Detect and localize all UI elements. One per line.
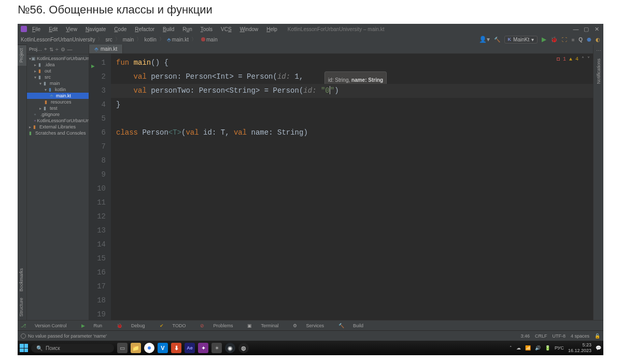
minimize-icon[interactable]: — — [572, 25, 579, 33]
status-message: No value passed for parameter 'name' — [28, 333, 107, 339]
menu-tools[interactable]: Tools — [197, 25, 216, 33]
project-tree: ▾▣KotlinLessonForUrbanUniversity ▸▮.idea… — [27, 54, 89, 137]
right-gutter-icon[interactable]: ⋯ — [596, 48, 601, 53]
taskbar-taskview-icon[interactable]: ▭ — [117, 343, 128, 353]
menu-refactor[interactable]: Refactor — [132, 25, 158, 33]
tray-battery-icon[interactable]: 🔋 — [545, 345, 550, 351]
tool-problems[interactable]: ⊘Problems — [200, 323, 240, 328]
taskbar-search[interactable]: 🔍Поиск — [31, 344, 114, 353]
menu-vcs[interactable]: VCS — [218, 25, 235, 33]
tray-chevron-icon[interactable]: ˄ — [510, 345, 512, 351]
tool-todo[interactable]: ✔TODO — [160, 323, 193, 328]
tool-bookmarks-tab[interactable]: Bookmarks — [18, 265, 26, 295]
nav-src[interactable]: src — [105, 37, 112, 42]
tray-language[interactable]: РУС — [555, 345, 564, 351]
menu-help[interactable]: Help — [263, 25, 280, 33]
sidebar-hide-icon[interactable]: — — [67, 47, 73, 52]
tree-idea[interactable]: ▸▮.idea — [27, 62, 89, 68]
tool-version-control[interactable]: ⎇Version Control — [21, 323, 74, 328]
search-icon[interactable]: Q — [578, 37, 583, 42]
tree-main-folder[interactable]: ▾▮main — [27, 80, 89, 86]
run-config-select[interactable]: MainKt ▾ — [504, 36, 538, 43]
tray-onedrive-icon[interactable]: ☁ — [516, 345, 521, 351]
tree-kotlin-folder[interactable]: ▾▮kotlin — [27, 86, 89, 93]
nav-project[interactable]: KotlinLessonForUrbanUniversity — [21, 37, 95, 42]
status-position[interactable]: 3:46 — [520, 333, 530, 339]
tool-build[interactable]: 🔨Build — [338, 323, 371, 328]
tool-debug[interactable]: 🐞Debug — [117, 323, 152, 328]
tree-root[interactable]: ▾▣KotlinLessonForUrbanUniversity — [27, 55, 89, 62]
nav-main[interactable]: main — [123, 37, 134, 42]
tool-project-tab[interactable]: Project — [18, 45, 26, 66]
app-icon — [21, 26, 27, 32]
search-icon: 🔍 — [36, 345, 43, 351]
taskbar-app2-icon[interactable]: ✶ — [211, 343, 222, 353]
taskbar-powerpoint-icon[interactable]: ⬇ — [171, 343, 181, 353]
nav-file[interactable]: main.kt — [172, 37, 189, 42]
tray-notifications-icon[interactable]: 💬 — [596, 345, 601, 351]
run-icon[interactable]: ▶ — [542, 36, 546, 43]
status-separator[interactable]: CRLF — [535, 333, 547, 339]
tree-scratches[interactable]: ▮Scratches and Consoles — [27, 130, 89, 136]
tool-terminal[interactable]: ▣Terminal — [247, 323, 286, 328]
tray-network-icon[interactable]: 📶 — [525, 345, 531, 351]
nav-kotlin[interactable]: kotlin — [144, 37, 156, 42]
tool-structure-tab[interactable]: Structure — [18, 295, 26, 320]
tree-resources[interactable]: ▮resources — [27, 99, 89, 105]
maximize-icon[interactable]: ▢ — [583, 25, 590, 33]
menu-run[interactable]: Run — [179, 25, 195, 33]
status-encoding[interactable]: UTF-8 — [552, 333, 566, 339]
title-bar: File Edit View Navigate Code Refactor Bu… — [18, 24, 603, 34]
tray-clock[interactable]: 5:2316.12.2023 — [568, 342, 591, 354]
coverage-icon[interactable]: ⛶ — [562, 37, 567, 42]
menu-navigate[interactable]: Navigate — [82, 25, 109, 33]
sidebar-target-icon[interactable]: ⌖ — [44, 46, 47, 52]
menu-code[interactable]: Code — [111, 25, 130, 33]
taskbar-ae-icon[interactable]: Ae — [185, 343, 195, 353]
project-sidebar: Proj… ⌖ ⇅ ÷ ⚙ — ▾▣KotlinLessonForUrbanUn… — [27, 45, 89, 320]
taskbar-app1-icon[interactable]: ✦ — [198, 343, 208, 353]
status-indent[interactable]: 4 spaces — [571, 333, 589, 339]
sidebar-divide-icon[interactable]: ÷ — [55, 47, 59, 52]
stop-icon[interactable]: ■ — [571, 37, 574, 42]
taskbar-chrome-icon[interactable] — [144, 343, 154, 353]
tree-iml[interactable]: ▫KotlinLessonForUrbanUnive — [27, 118, 89, 124]
windows-start-icon[interactable] — [20, 344, 28, 352]
close-icon[interactable]: ✕ — [593, 25, 600, 33]
extra-icon[interactable]: ◐ — [596, 37, 600, 42]
tree-external[interactable]: ▸▮External Libraries — [27, 124, 89, 130]
file-icon: ⬘ — [167, 37, 171, 42]
left-tool-strip: Project Bookmarks Structure — [18, 45, 27, 320]
menu-edit[interactable]: Edit — [46, 25, 61, 33]
tree-mainkt[interactable]: ⬘main.kt — [27, 93, 89, 99]
tool-run[interactable]: ▶Run — [81, 323, 110, 328]
sidebar-title: Proj… — [29, 47, 42, 52]
tree-gitignore[interactable]: ▫.gitignore — [27, 111, 89, 118]
tool-services[interactable]: ⚙Services — [293, 323, 331, 328]
build-icon[interactable]: 🔨 — [494, 37, 500, 42]
taskbar-github-icon[interactable]: ◉ — [225, 343, 235, 353]
tray-volume-icon[interactable]: 🔊 — [535, 345, 541, 351]
tree-out[interactable]: ▸▮out — [27, 68, 89, 74]
tree-src[interactable]: ▾▮src — [27, 74, 89, 80]
editor-tab-mainkt[interactable]: ⬘main.kt — [89, 45, 123, 53]
sidebar-sort-icon[interactable]: ⇅ — [49, 47, 53, 52]
settings-icon[interactable]: ⬣ — [587, 37, 591, 42]
tree-test[interactable]: ▸▮test — [27, 105, 89, 111]
nav-func[interactable]: main — [206, 37, 218, 42]
menu-window[interactable]: Window — [237, 25, 262, 33]
taskbar-obs-icon[interactable]: ◍ — [238, 343, 249, 353]
debug-icon[interactable]: 🐞 — [550, 36, 558, 43]
code-area[interactable]: ◘ 1 ▲ 4 ˄˅ fun main() { val person: Pers… — [111, 54, 593, 320]
menu-file[interactable]: File — [29, 25, 44, 33]
taskbar-vscode-icon[interactable]: V — [158, 343, 168, 353]
sidebar-gear-icon[interactable]: ⚙ — [61, 47, 65, 52]
status-circle-icon[interactable] — [21, 333, 26, 339]
status-readonly-icon[interactable]: 🔓 — [595, 333, 600, 339]
taskbar-explorer-icon[interactable]: 📁 — [131, 343, 141, 353]
tool-notifications-tab[interactable]: Notifications — [596, 56, 601, 86]
menu-view[interactable]: View — [63, 25, 80, 33]
menu-build[interactable]: Build — [160, 25, 177, 33]
editor: ⬘main.kt 1▶23456789101112131415161718192… — [89, 45, 593, 320]
user-icon[interactable]: 👤▾ — [479, 36, 490, 43]
